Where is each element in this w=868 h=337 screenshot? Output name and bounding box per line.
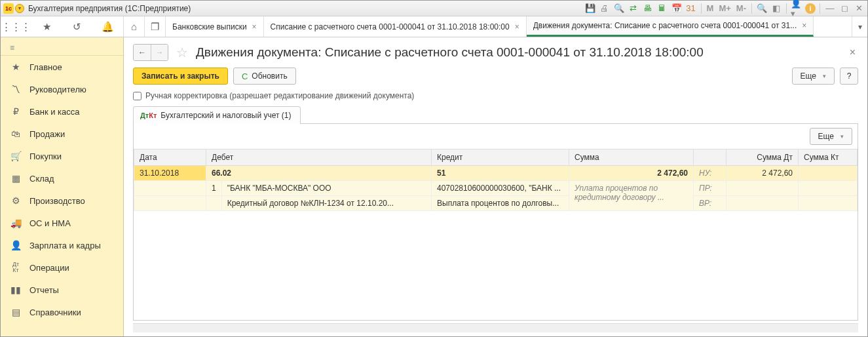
data-grid[interactable]: Дата Дебет Кредит Сумма Сумма Дт Сумма К…	[134, 149, 858, 320]
cart-icon: 🛒	[10, 151, 22, 161]
col-sum[interactable]: Сумма	[569, 149, 694, 166]
calc-icon[interactable]: 🖩	[656, 3, 668, 14]
sidebar-item-assets[interactable]: 🚚ОС и НМА	[1, 212, 123, 234]
quick-toolbar: ⋮⋮⋮ ★ ↺ 🔔	[1, 16, 124, 37]
cell-vr: ВР:	[694, 196, 726, 211]
help-button[interactable]: ?	[840, 68, 858, 85]
tab-writeoff[interactable]: Списание с расчетного счета 0001-000041 …	[264, 16, 527, 37]
col-sum-kt[interactable]: Сумма Кт	[799, 149, 858, 166]
preview-icon[interactable]: 🔍	[613, 3, 625, 14]
favorite-icon[interactable]: ★	[31, 16, 62, 37]
subtab-accounting[interactable]: ДтКт Бухгалтерский и налоговый учет (1)	[133, 106, 301, 124]
sidebar-item-warehouse[interactable]: ▦Склад	[1, 167, 123, 189]
close-window-icon[interactable]: ✕	[853, 3, 865, 14]
refresh-button[interactable]: СОбновить	[233, 68, 296, 85]
notifications-icon[interactable]: 🔔	[92, 16, 123, 37]
close-page-icon[interactable]: ×	[847, 47, 858, 58]
button-label: Обновить	[252, 71, 287, 81]
sidebar-toggle-icon[interactable]: ≡	[1, 40, 123, 56]
cell-sum-kt	[799, 166, 858, 181]
minimize-icon[interactable]: —	[824, 3, 836, 14]
sidebar-item-manager[interactable]: 〽Руководителю	[1, 78, 123, 100]
cell-debit: Кредитный договор №КЛН-1234 от 12.10.20.…	[221, 196, 431, 211]
page-title: Движения документа: Списание с расчетног…	[196, 45, 842, 60]
tab-label: Банковские выписки	[172, 22, 247, 31]
sidebar-item-bank[interactable]: ₽Банк и касса	[1, 100, 123, 123]
m-minus-button[interactable]: M-	[735, 3, 747, 13]
home-icon[interactable]: ⌂	[124, 16, 145, 37]
forward-button[interactable]: →	[151, 45, 168, 60]
grid-panel: Еще Дата Дебет Кредит Сумма Сумма Дт	[133, 124, 858, 321]
cell-empty	[134, 196, 206, 211]
tabs-dropdown-icon[interactable]: ▾	[852, 16, 867, 37]
sidebar-item-purchases[interactable]: 🛒Покупки	[1, 145, 123, 167]
button-label: Записать и закрыть	[142, 71, 219, 81]
history-icon[interactable]: ↺	[62, 16, 93, 37]
sidebar-item-salary[interactable]: 👤Зарплата и кадры	[1, 234, 123, 256]
col-debit[interactable]: Дебет	[206, 149, 432, 166]
sidebar-item-label: ОС и НМА	[29, 218, 71, 228]
compare-icon[interactable]: ⇄	[628, 3, 639, 14]
sidebar-item-operations[interactable]: ДтКтОперации	[1, 256, 123, 279]
back-button[interactable]: ←	[134, 45, 151, 60]
close-icon[interactable]: ×	[515, 22, 519, 31]
sidebar-item-sales[interactable]: 🛍Продажи	[1, 123, 123, 145]
col-sum-dt[interactable]: Сумма Дт	[726, 149, 799, 166]
sidebar-item-reports[interactable]: ▮▮Отчеты	[1, 279, 123, 301]
title-dropdown-icon[interactable]: ▾	[15, 4, 24, 13]
info-icon[interactable]: i	[805, 3, 816, 14]
print-icon[interactable]: 🖨	[599, 3, 611, 14]
col-tag[interactable]	[694, 149, 726, 166]
tab-label: Списание с расчетного счета 0001-000041 …	[271, 22, 510, 31]
sidebar-item-label: Главное	[29, 62, 62, 72]
cell-pr: ПР:	[694, 181, 726, 196]
document-tabs: Банковские выписки × Списание с расчетно…	[166, 16, 852, 37]
app-title: Бухгалтерия предприятия (1С:Предприятие)	[28, 4, 191, 13]
windows-icon[interactable]: ❐	[145, 16, 166, 37]
tab-bank-statements[interactable]: Банковские выписки ×	[166, 16, 264, 37]
cell-date: 31.10.2018	[134, 166, 206, 181]
apps-icon[interactable]: ⋮⋮⋮	[1, 16, 31, 37]
table-header-row: Дата Дебет Кредит Сумма Сумма Дт Сумма К…	[134, 149, 858, 166]
sidebar-item-references[interactable]: ▤Справочники	[1, 301, 123, 323]
panel-icon[interactable]: ◧	[770, 3, 782, 14]
favorite-toggle-icon[interactable]: ☆	[176, 45, 188, 60]
zoom-icon[interactable]: 🔍	[756, 3, 768, 14]
sidebar-item-production[interactable]: ⚙Производство	[1, 189, 123, 212]
close-icon[interactable]: ×	[802, 21, 806, 30]
save-close-button[interactable]: Записать и закрыть	[133, 68, 228, 85]
col-credit[interactable]: Кредит	[432, 149, 569, 166]
manual-edit-checkbox[interactable]	[133, 92, 142, 100]
table-row[interactable]: Кредитный договор №КЛН-1234 от 12.10.20.…	[134, 196, 858, 211]
date-icon[interactable]: 31	[685, 3, 697, 14]
table-row[interactable]: 31.10.2018 66.02 51 2 472,60 НУ: 2 472,6…	[134, 166, 858, 181]
button-label: ?	[847, 71, 852, 81]
header-row: ← → ☆ Движения документа: Списание с рас…	[133, 44, 858, 61]
cell-sum-dt: 2 472,60	[726, 166, 799, 181]
sidebar: ≡ ★Главное 〽Руководителю ₽Банк и касса 🛍…	[1, 37, 124, 336]
sidebar-item-label: Банк и касса	[29, 107, 80, 117]
horizontal-scrollbar[interactable]	[133, 323, 858, 332]
dtkt-icon: ДтКт	[10, 262, 22, 273]
col-date[interactable]: Дата	[134, 149, 206, 166]
grid-more-button[interactable]: Еще	[810, 128, 852, 145]
print2-icon[interactable]: 🖶	[642, 3, 654, 14]
calendar-icon[interactable]: 📅	[671, 3, 683, 14]
maximize-icon[interactable]: ◻	[839, 3, 850, 14]
m-button[interactable]: M	[706, 3, 715, 13]
m-plus-button[interactable]: M+	[717, 3, 732, 13]
subtab-label: Бухгалтерский и налоговый учет (1)	[160, 111, 291, 120]
cell-sum-dt	[726, 196, 799, 211]
tab-movements[interactable]: Движения документа: Списание с расчетног…	[527, 16, 814, 37]
main-content: ← → ☆ Движения документа: Списание с рас…	[124, 37, 867, 336]
more-button[interactable]: Еще	[792, 68, 835, 85]
subtabs: ДтКт Бухгалтерский и налоговый учет (1)	[133, 106, 858, 124]
table-row[interactable]: 1 "БАНК "МБА-МОСКВА" ООО 407028106000000…	[134, 181, 858, 196]
close-icon[interactable]: ×	[252, 22, 257, 31]
save-icon[interactable]: 💾	[584, 3, 596, 14]
user-icon[interactable]: 👤▾	[791, 3, 802, 14]
app-window: 1c ▾ Бухгалтерия предприятия (1С:Предпри…	[0, 0, 868, 337]
cell-credit: 40702810600000030600, "БАНК ...	[432, 181, 569, 196]
sidebar-item-main[interactable]: ★Главное	[1, 56, 123, 78]
sidebar-item-label: Покупки	[29, 151, 62, 161]
